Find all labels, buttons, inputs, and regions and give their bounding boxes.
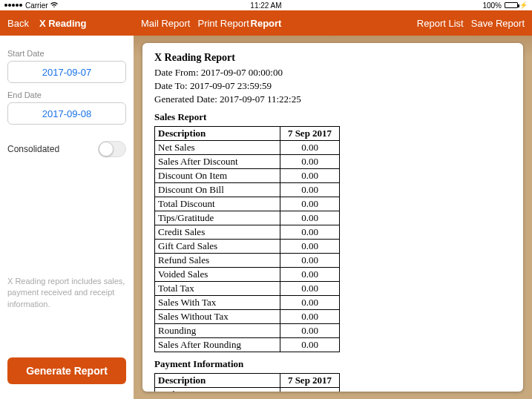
table-row: Cash0.00 — [155, 388, 340, 392]
signal-icon — [4, 4, 22, 7]
consolidated-label: Consolidated — [7, 144, 59, 154]
cell-desc: Refund Sales — [155, 254, 280, 268]
cell-value: 0.00 — [280, 141, 340, 155]
table-row: Total Discount0.00 — [155, 197, 340, 211]
table-row: Total Tax0.00 — [155, 282, 340, 296]
status-bar: Carrier 11:22 AM 100% ⚡ — [0, 0, 532, 10]
cell-value: 0.00 — [280, 388, 340, 392]
end-date-label: End Date — [7, 90, 126, 99]
nav-title-center: Report — [251, 18, 282, 29]
end-date-picker[interactable]: 2017-09-08 — [7, 102, 126, 125]
cell-desc: Sales With Tax — [155, 296, 280, 310]
table-row: Rounding0.00 — [155, 324, 340, 338]
col-desc: Description — [155, 127, 280, 141]
back-button[interactable]: Back — [7, 18, 29, 29]
cell-desc: Cash — [155, 388, 280, 392]
table-row: Net Sales0.00 — [155, 141, 340, 155]
sales-table: Description 7 Sep 2017 Net Sales0.00Sale… — [154, 126, 340, 352]
cell-desc: Total Discount — [155, 197, 280, 211]
col-date-2: 7 Sep 2017 — [280, 374, 340, 388]
print-report-button[interactable]: Print Report — [197, 18, 249, 29]
col-date: 7 Sep 2017 — [280, 127, 340, 141]
start-date-picker[interactable]: 2017-09-07 — [7, 61, 126, 83]
charging-icon: ⚡ — [519, 2, 528, 9]
report-date-to: Date To: 2017-09-07 23:59:59 — [154, 80, 511, 92]
carrier-label: Carrier — [25, 1, 48, 10]
payment-section-title: Payment Information — [154, 358, 511, 370]
table-row: Voided Sales0.00 — [155, 268, 340, 282]
report-generated: Generated Date: 2017-09-07 11:22:25 — [154, 93, 511, 105]
cell-value: 0.00 — [280, 197, 340, 211]
payment-table: Description 7 Sep 2017 Cash0.00Visa0.00M… — [154, 373, 340, 392]
cell-value: 0.00 — [280, 282, 340, 296]
table-row: Sales After Rounding0.00 — [155, 338, 340, 352]
cell-desc: Rounding — [155, 324, 280, 338]
cell-value: 0.00 — [280, 169, 340, 183]
cell-desc: Discount On Item — [155, 169, 280, 183]
table-row: Sales Without Tax0.00 — [155, 310, 340, 324]
start-date-value: 2017-09-07 — [42, 67, 92, 78]
battery-icon — [505, 2, 518, 8]
end-date-value: 2017-09-08 — [42, 108, 92, 119]
col-desc-2: Description — [155, 374, 280, 388]
table-row: Sales After Discount0.00 — [155, 155, 340, 169]
table-row: Discount On Item0.00 — [155, 169, 340, 183]
page-title-left: X Reading — [39, 18, 87, 29]
cell-value: 0.00 — [280, 225, 340, 240]
cell-value: 0.00 — [280, 296, 340, 310]
cell-value: 0.00 — [280, 183, 340, 197]
cell-value: 0.00 — [280, 268, 340, 282]
cell-desc: Sales Without Tax — [155, 310, 280, 324]
table-row: Credit Sales0.00 — [155, 225, 340, 240]
cell-desc: Gift Card Sales — [155, 240, 280, 254]
cell-value: 0.00 — [280, 338, 340, 352]
cell-desc: Net Sales — [155, 141, 280, 155]
cell-desc: Voided Sales — [155, 268, 280, 282]
battery-percent: 100% — [482, 1, 502, 10]
cell-value: 0.00 — [280, 211, 340, 225]
mail-report-button[interactable]: Mail Report — [141, 18, 190, 29]
nav-bar: Back X Reading Mail Report Print Report … — [0, 10, 532, 36]
cell-desc: Sales After Rounding — [155, 338, 280, 352]
status-left: Carrier — [4, 1, 59, 10]
sales-section-title: Sales Report — [154, 111, 511, 123]
cell-desc: Sales After Discount — [155, 155, 280, 169]
report-paper[interactable]: X Reading Report Date From: 2017-09-07 0… — [142, 43, 523, 392]
table-row: Refund Sales0.00 — [155, 254, 340, 268]
help-text: X Reading report includes sales, payment… — [7, 276, 126, 310]
table-row: Gift Card Sales0.00 — [155, 240, 340, 254]
report-area: X Reading Report Date From: 2017-09-07 0… — [134, 36, 532, 399]
generate-report-button[interactable]: Generate Report — [7, 357, 126, 384]
cell-desc: Tips/Gratitude — [155, 211, 280, 225]
cell-value: 0.00 — [280, 310, 340, 324]
cell-value: 0.00 — [280, 324, 340, 338]
start-date-label: Start Date — [7, 49, 126, 58]
cell-value: 0.00 — [280, 155, 340, 169]
report-title: X Reading Report — [154, 52, 511, 64]
status-time: 11:22 AM — [250, 1, 281, 10]
report-date-from: Date From: 2017-09-07 00:00:00 — [154, 67, 511, 79]
wifi-icon — [50, 1, 59, 10]
table-row: Sales With Tax0.00 — [155, 296, 340, 310]
table-row: Tips/Gratitude0.00 — [155, 211, 340, 225]
cell-desc: Total Tax — [155, 282, 280, 296]
cell-desc: Discount On Bill — [155, 183, 280, 197]
sidebar: Start Date 2017-09-07 End Date 2017-09-0… — [0, 36, 134, 399]
cell-value: 0.00 — [280, 240, 340, 254]
cell-desc: Credit Sales — [155, 225, 280, 240]
status-right: 100% ⚡ — [482, 1, 528, 10]
save-report-button[interactable]: Save Report — [471, 18, 525, 29]
table-row: Discount On Bill0.00 — [155, 183, 340, 197]
report-list-button[interactable]: Report List — [417, 18, 464, 29]
cell-value: 0.00 — [280, 254, 340, 268]
consolidated-toggle[interactable] — [98, 141, 126, 157]
